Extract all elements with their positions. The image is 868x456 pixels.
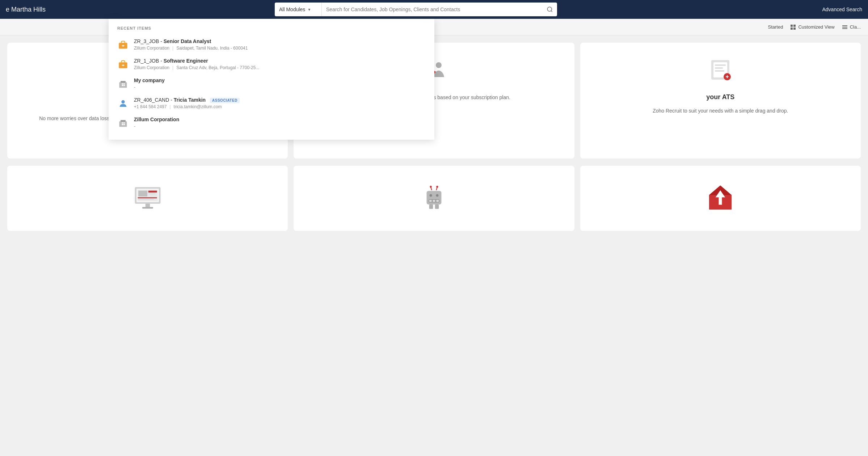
card-title-3: your ATS xyxy=(706,93,734,101)
search-dropdown: RECENT ITEMS ZR_3_JOB - Senior Data Anal… xyxy=(109,19,434,140)
search-input[interactable] xyxy=(326,7,538,12)
customized-view-label: Customized View xyxy=(798,24,834,30)
svg-rect-19 xyxy=(122,122,123,123)
classic-label: Cla... xyxy=(850,24,861,30)
classic-button[interactable]: Cla... xyxy=(842,24,861,30)
svg-point-33 xyxy=(436,62,442,68)
svg-rect-10 xyxy=(122,84,123,86)
associated-badge: ASSOCIATED xyxy=(210,98,240,103)
item-content: ZR_406_CAND - Tricia Tamkin ASSOCIATED +… xyxy=(134,97,426,109)
svg-rect-20 xyxy=(123,122,125,123)
card-customize: your ATS Zoho Recruit to suit your needs… xyxy=(580,43,861,159)
svg-rect-18 xyxy=(123,123,125,125)
module-select-label: All Modules xyxy=(279,7,305,12)
search-button[interactable] xyxy=(543,3,557,16)
item-content: My company - xyxy=(134,77,426,90)
svg-rect-50 xyxy=(145,204,149,207)
svg-point-0 xyxy=(547,7,552,11)
svg-rect-36 xyxy=(715,64,726,66)
monitor-icon xyxy=(133,184,162,213)
svg-rect-48 xyxy=(138,197,157,198)
search-icon xyxy=(547,6,553,13)
search-container: All Modules ▼ xyxy=(275,3,557,16)
item-title: Zillum Corporation xyxy=(134,117,426,122)
svg-rect-62 xyxy=(436,200,439,202)
svg-rect-38 xyxy=(715,70,724,72)
list-item[interactable]: Zillum Corporation - xyxy=(109,113,434,132)
item-title: ZR_406_CAND - Tricia Tamkin ASSOCIATED xyxy=(134,97,426,103)
svg-point-55 xyxy=(436,186,438,187)
item-title: My company xyxy=(134,77,426,83)
card-mail xyxy=(580,166,861,231)
list-icon xyxy=(842,24,848,30)
item-title: ZR_1_JOB - Software Engineer xyxy=(134,58,426,64)
svg-rect-49 xyxy=(138,199,153,200)
svg-point-57 xyxy=(430,194,432,197)
svg-rect-22 xyxy=(793,25,796,27)
company-icon xyxy=(117,78,129,90)
svg-point-53 xyxy=(430,186,431,187)
svg-rect-23 xyxy=(791,28,793,30)
job-icon xyxy=(117,59,129,70)
customized-view-button[interactable]: Customized View xyxy=(790,24,834,30)
app-title: e Martha Hills xyxy=(6,6,78,13)
search-input-wrapper xyxy=(322,3,543,16)
svg-rect-60 xyxy=(429,200,432,202)
card-robot xyxy=(294,166,574,231)
grid-icon xyxy=(790,24,796,30)
item-content: Zillum Corporation - xyxy=(134,117,426,129)
item-subtitle: +1 844 584 2497 | tricia.tamkin@zillum.c… xyxy=(134,104,426,109)
svg-rect-46 xyxy=(148,191,157,193)
list-item[interactable]: ZR_3_JOB - Senior Data Analyst Zillum Co… xyxy=(109,35,434,54)
svg-rect-16 xyxy=(121,120,126,122)
card-monitor xyxy=(7,166,288,231)
svg-rect-24 xyxy=(793,28,796,30)
svg-rect-51 xyxy=(142,207,153,208)
svg-rect-63 xyxy=(429,204,433,209)
svg-rect-17 xyxy=(122,123,123,125)
svg-rect-45 xyxy=(138,191,147,197)
list-item[interactable]: ZR_1_JOB - Software Engineer Zillum Corp… xyxy=(109,54,434,74)
svg-rect-64 xyxy=(435,204,439,209)
svg-rect-37 xyxy=(715,67,723,69)
card-text-3: Zoho Recruit to suit your needs with a s… xyxy=(653,107,788,115)
list-item[interactable]: My company - xyxy=(109,74,434,93)
mail-icon xyxy=(706,184,735,213)
svg-rect-9 xyxy=(121,81,126,83)
item-subtitle: Zillum Corporation | Saidapet, Tamil Nad… xyxy=(134,46,426,51)
item-subtitle: - xyxy=(134,124,426,129)
person-icon xyxy=(117,98,129,109)
svg-point-14 xyxy=(121,100,125,104)
nav-right: Advanced Search xyxy=(754,7,862,12)
item-content: ZR_3_JOB - Senior Data Analyst Zillum Co… xyxy=(134,38,426,51)
item-subtitle: - xyxy=(134,85,426,90)
svg-point-58 xyxy=(436,194,438,197)
item-content: ZR_1_JOB - Software Engineer Zillum Corp… xyxy=(134,58,426,70)
customize-icon xyxy=(706,57,735,86)
svg-rect-47 xyxy=(148,193,155,195)
item-subtitle: Zillum Corporation | Santa Cruz Adv, Bej… xyxy=(134,65,426,70)
get-started-button[interactable]: Started xyxy=(768,24,783,30)
svg-line-1 xyxy=(551,10,552,12)
recent-items-header: RECENT ITEMS xyxy=(109,26,434,35)
svg-rect-21 xyxy=(791,25,793,27)
company-icon xyxy=(117,117,129,129)
get-started-label: Started xyxy=(768,24,783,30)
item-title: ZR_3_JOB - Senior Data Analyst xyxy=(134,38,426,44)
svg-rect-12 xyxy=(122,83,123,84)
bottom-cards xyxy=(0,166,868,238)
robot-icon xyxy=(420,184,448,213)
chevron-down-icon: ▼ xyxy=(307,8,311,12)
svg-rect-11 xyxy=(123,84,125,86)
svg-rect-61 xyxy=(433,200,435,202)
navbar: e Martha Hills All Modules ▼ Advanced Se… xyxy=(0,0,868,19)
advanced-search-link[interactable]: Advanced Search xyxy=(822,7,862,12)
job-icon xyxy=(117,39,129,51)
list-item[interactable]: ZR_406_CAND - Tricia Tamkin ASSOCIATED +… xyxy=(109,93,434,113)
module-select[interactable]: All Modules ▼ xyxy=(275,3,322,16)
svg-rect-13 xyxy=(123,83,125,84)
